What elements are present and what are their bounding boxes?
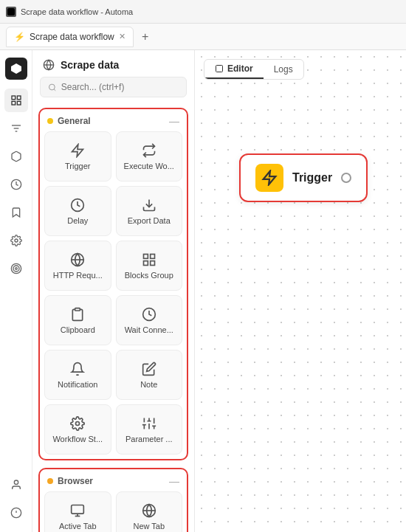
wait-connections-label: Wait Conne... bbox=[125, 325, 173, 335]
sidebar-item-settings[interactable] bbox=[4, 229, 28, 252]
block-new-tab[interactable]: New Tab bbox=[116, 491, 183, 532]
globe-icon bbox=[43, 59, 55, 71]
new-tab-button[interactable]: + bbox=[137, 28, 154, 46]
block-trigger[interactable]: Trigger bbox=[44, 131, 111, 182]
svg-rect-27 bbox=[150, 254, 154, 258]
block-notification[interactable]: Notification bbox=[44, 350, 111, 400]
sidebar-item-target[interactable] bbox=[4, 257, 28, 280]
http-request-icon bbox=[70, 252, 85, 267]
svg-rect-2 bbox=[17, 96, 21, 100]
svg-rect-30 bbox=[75, 308, 80, 311]
browser-section: Browser — Active Tab bbox=[38, 468, 188, 532]
block-wait-connections[interactable]: Wait Conne... bbox=[116, 295, 183, 345]
execute-workflow-icon bbox=[142, 143, 156, 158]
note-icon bbox=[142, 362, 156, 376]
main-layout: Scrape data General — bbox=[0, 50, 406, 532]
active-tab-icon bbox=[70, 503, 85, 518]
search-icon bbox=[48, 83, 57, 92]
trigger-lightning-icon bbox=[261, 170, 278, 186]
svg-marker-51 bbox=[264, 171, 276, 184]
note-label: Note bbox=[140, 380, 157, 390]
parameter-label: Parameter ... bbox=[125, 435, 173, 444]
svg-rect-50 bbox=[216, 66, 223, 72]
sidebar-item-blocks[interactable] bbox=[4, 89, 28, 112]
tab-favicon: ⚡ bbox=[14, 32, 25, 42]
svg-line-20 bbox=[54, 89, 55, 90]
workflow-state-icon bbox=[70, 416, 85, 431]
delay-icon bbox=[70, 198, 85, 213]
trigger-block-label: Trigger bbox=[65, 162, 90, 171]
title-bar: Scrape data workflow - Automa bbox=[0, 0, 406, 24]
export-data-label: Export Data bbox=[128, 216, 171, 226]
svg-point-13 bbox=[14, 480, 18, 484]
parameter-icon bbox=[142, 416, 156, 431]
active-tab-label: Active Tab bbox=[59, 522, 97, 531]
browser-dot bbox=[47, 478, 53, 484]
sidebar-item-package[interactable] bbox=[4, 145, 28, 168]
browser-section-header: Browser — bbox=[44, 474, 182, 491]
trigger-block-icon bbox=[70, 143, 85, 158]
block-blocks-group[interactable]: Blocks Group bbox=[116, 241, 183, 291]
block-export-data[interactable]: Export Data bbox=[116, 186, 183, 236]
block-clipboard[interactable]: Clipboard bbox=[44, 295, 111, 345]
search-bar[interactable] bbox=[40, 77, 187, 97]
blocks-panel: Scrape data General — bbox=[32, 50, 195, 532]
delay-label: Delay bbox=[67, 216, 88, 226]
blocks-group-icon bbox=[142, 252, 156, 267]
svg-rect-0 bbox=[7, 8, 15, 15]
blocks-scroll: General — Trigger Ex bbox=[32, 105, 194, 532]
block-active-tab[interactable]: Active Tab bbox=[44, 491, 111, 532]
sidebar-item-info[interactable] bbox=[4, 501, 28, 525]
block-note[interactable]: Note bbox=[116, 350, 183, 400]
block-parameter[interactable]: Parameter ... bbox=[116, 404, 183, 455]
new-tab-label: New Tab bbox=[133, 522, 165, 531]
canvas-area[interactable]: Editor Logs Trigger bbox=[195, 50, 406, 532]
window-title: Scrape data workflow - Automa bbox=[21, 7, 133, 16]
execute-workflow-label: Execute Wo... bbox=[124, 162, 174, 171]
general-label-text: General bbox=[58, 116, 91, 126]
general-section-label: General bbox=[47, 116, 91, 126]
trigger-connection-dot[interactable] bbox=[341, 173, 351, 183]
svg-rect-3 bbox=[17, 101, 21, 105]
browser-label-text: Browser bbox=[58, 476, 93, 486]
svg-point-9 bbox=[15, 239, 18, 242]
trigger-node[interactable]: Trigger bbox=[239, 153, 368, 202]
blocks-group-label: Blocks Group bbox=[125, 271, 173, 280]
block-execute-workflow[interactable]: Execute Wo... bbox=[116, 131, 183, 182]
workflow-state-label: Workflow St... bbox=[52, 435, 103, 444]
block-delay[interactable]: Delay bbox=[44, 186, 111, 236]
tab-logs[interactable]: Logs bbox=[264, 60, 303, 79]
sidebar-item-user[interactable] bbox=[4, 473, 28, 497]
svg-point-32 bbox=[76, 421, 80, 425]
svg-rect-28 bbox=[150, 261, 154, 266]
workflow-tab[interactable]: ⚡ Scrape data workflow ✕ bbox=[6, 27, 134, 47]
sidebar-bottom bbox=[4, 473, 28, 532]
sidebar-item-filter[interactable] bbox=[4, 117, 28, 140]
sidebar-item-history[interactable] bbox=[4, 173, 28, 196]
trigger-icon-box bbox=[255, 164, 283, 192]
app-icon bbox=[6, 7, 16, 17]
sidebar-item-bookmark[interactable] bbox=[4, 201, 28, 224]
tab-close-button[interactable]: ✕ bbox=[119, 32, 125, 41]
block-workflow-state[interactable]: Workflow St... bbox=[44, 404, 111, 455]
notification-label: Notification bbox=[58, 380, 97, 390]
browser-blocks-grid: Active Tab New Tab Switch Tab bbox=[44, 491, 182, 532]
http-request-label: HTTP Requ... bbox=[53, 271, 103, 280]
export-data-icon bbox=[142, 198, 156, 213]
trigger-node-label: Trigger bbox=[292, 171, 332, 184]
svg-point-11 bbox=[13, 266, 19, 272]
svg-point-12 bbox=[15, 268, 17, 270]
general-dot bbox=[47, 118, 53, 124]
svg-rect-4 bbox=[12, 101, 16, 105]
general-collapse-button[interactable]: — bbox=[169, 115, 179, 127]
general-section-header: General — bbox=[44, 114, 182, 131]
editor-tab-icon bbox=[215, 64, 224, 73]
block-http-request[interactable]: HTTP Requ... bbox=[44, 241, 111, 291]
clipboard-label: Clipboard bbox=[61, 325, 95, 335]
tab-editor[interactable]: Editor bbox=[204, 60, 264, 79]
svg-rect-29 bbox=[143, 261, 148, 266]
browser-section-label: Browser bbox=[47, 476, 93, 486]
search-input[interactable] bbox=[61, 82, 179, 92]
browser-collapse-button[interactable]: — bbox=[169, 475, 179, 487]
svg-rect-1 bbox=[12, 96, 16, 100]
